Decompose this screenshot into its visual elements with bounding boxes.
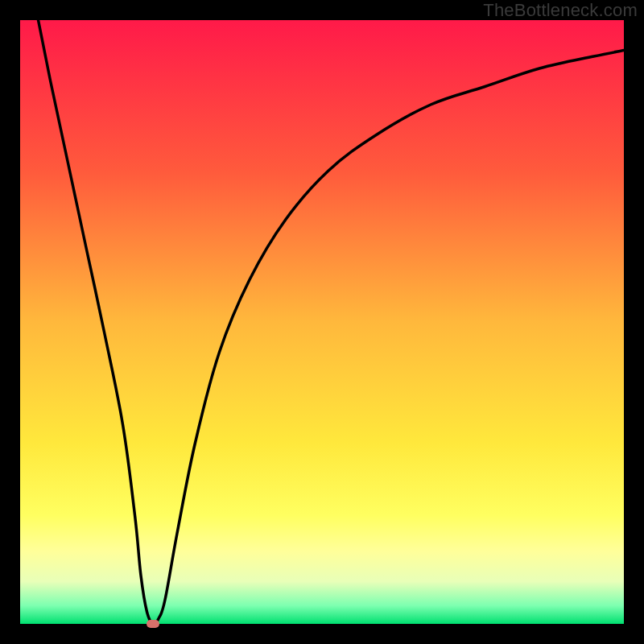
bottleneck-curve: [39, 20, 625, 624]
watermark: TheBottleneck.com: [483, 0, 638, 21]
plot-area: [20, 20, 624, 624]
optimal-point-marker: [147, 620, 159, 628]
curve-layer: [20, 20, 624, 624]
chart-frame: TheBottleneck.com: [0, 0, 644, 644]
